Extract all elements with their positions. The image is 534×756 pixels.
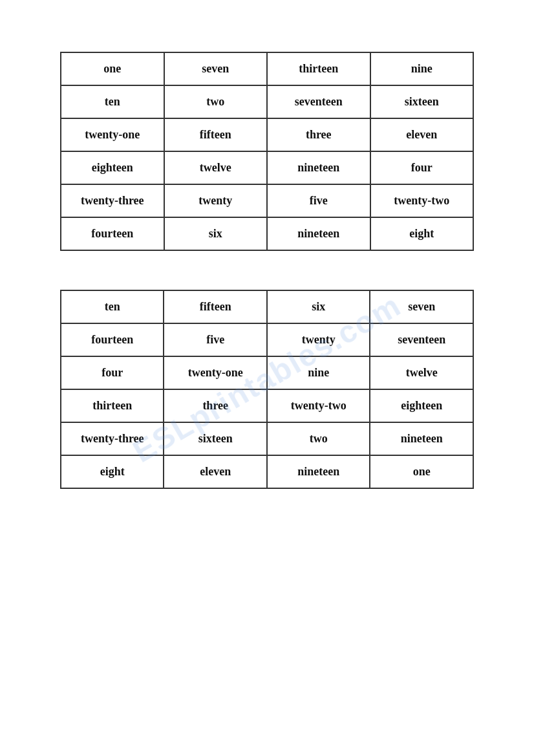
table-row: two: [267, 422, 370, 455]
table-row: thirteen: [267, 52, 370, 85]
table-row: nine: [370, 52, 474, 85]
table-row: eighteen: [61, 151, 164, 184]
table-row: twenty: [267, 323, 370, 356]
table-row: seven: [370, 290, 473, 323]
table-row: eighteen: [370, 389, 473, 422]
table-row: twenty-one: [164, 356, 266, 389]
table-1: oneseventhirteenninetentwoseventeensixte…: [60, 52, 474, 251]
table-row: three: [164, 389, 266, 422]
table-row: twenty-three: [61, 422, 164, 455]
table-row: five: [267, 184, 370, 217]
table-row: twelve: [164, 151, 267, 184]
table-row: fifteen: [164, 118, 267, 151]
table-row: one: [61, 52, 164, 85]
table-row: six: [267, 290, 370, 323]
table-row: twenty-three: [61, 184, 164, 217]
table-row: four: [370, 151, 474, 184]
table-row: eight: [61, 455, 164, 488]
table-row: one: [370, 455, 473, 488]
table-row: seven: [164, 52, 267, 85]
table-row: five: [164, 323, 266, 356]
table-row: seventeen: [267, 85, 370, 118]
table-row: nine: [267, 356, 370, 389]
table-row: nineteen: [267, 151, 370, 184]
table-row: eleven: [370, 118, 474, 151]
table-row: eleven: [164, 455, 266, 488]
table-row: twenty: [164, 184, 267, 217]
table-row: twenty-one: [61, 118, 164, 151]
table-row: sixteen: [370, 85, 474, 118]
table-row: twenty-two: [370, 184, 474, 217]
table-row: ten: [61, 85, 164, 118]
table-row: four: [61, 356, 164, 389]
table-row: twenty-two: [267, 389, 370, 422]
table-2: tenfifteensixsevenfourteenfivetwentyseve…: [60, 290, 474, 489]
table-row: sixteen: [164, 422, 266, 455]
table-row: thirteen: [61, 389, 164, 422]
table-row: nineteen: [267, 217, 370, 250]
table-row: seventeen: [370, 323, 473, 356]
table-row: fifteen: [164, 290, 266, 323]
table-row: nineteen: [370, 422, 473, 455]
table-row: twelve: [370, 356, 473, 389]
table-row: fourteen: [61, 323, 164, 356]
table-row: two: [164, 85, 267, 118]
table-row: three: [267, 118, 370, 151]
table-row: ten: [61, 290, 164, 323]
table-row: six: [164, 217, 267, 250]
table-row: eight: [370, 217, 474, 250]
table-row: nineteen: [267, 455, 370, 488]
table-row: fourteen: [61, 217, 164, 250]
